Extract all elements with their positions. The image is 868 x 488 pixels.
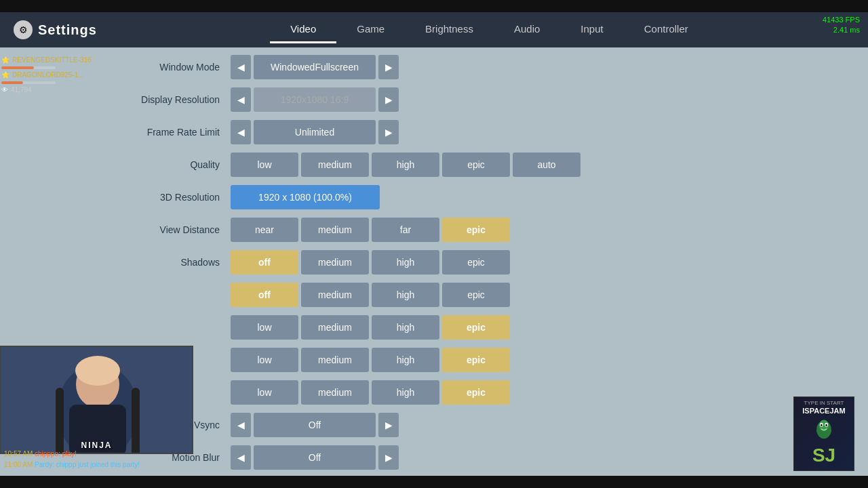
quality-btn-group: low medium high epic auto — [231, 152, 580, 177]
frame-rate-prev[interactable]: ◀ — [231, 120, 251, 144]
frame-rate-value: Unlimited — [254, 120, 376, 144]
row5-medium[interactable]: medium — [301, 315, 369, 340]
chat-overlay: 10:57 AM chipppo: play! 11:00 AM Pardy: … — [0, 446, 193, 473]
webcam-silhouette — [1, 347, 193, 454]
settings-container: Window Mode ◀ WindowedFullscreen ▶ Displ… — [95, 47, 854, 488]
display-resolution-control: ◀ 1920x1080 16:9 ▶ — [231, 87, 399, 112]
row6-epic[interactable]: epic — [442, 348, 510, 372]
row4-off[interactable]: off — [231, 283, 298, 307]
quality-label: Quality — [95, 159, 231, 170]
tab-brightness[interactable]: Brightness — [405, 16, 494, 43]
svg-point-3 — [75, 356, 120, 386]
main-content: Window Mode ◀ WindowedFullscreen ▶ Displ… — [95, 47, 854, 454]
frame-rate-label: Frame Rate Limit — [95, 127, 231, 138]
quality-row: Quality low medium high epic auto — [95, 152, 854, 178]
sj-title-text: TYPE IN START ISPACEJAM — [802, 400, 845, 415]
window-mode-control: ◀ WindowedFullscreen ▶ — [231, 55, 399, 79]
tab-video[interactable]: Video — [270, 16, 336, 43]
row6-low[interactable]: low — [231, 348, 298, 372]
shadows-high[interactable]: high — [372, 250, 439, 274]
row5: low medium high epic — [95, 314, 854, 340]
quality-high[interactable]: high — [372, 152, 439, 177]
quality-medium[interactable]: medium — [301, 152, 369, 177]
row4-high[interactable]: high — [372, 283, 439, 307]
vsync-prev[interactable]: ◀ — [231, 413, 251, 437]
motion-blur-control: ◀ Off ▶ — [231, 445, 399, 470]
frame-rate-next[interactable]: ▶ — [378, 120, 399, 144]
frame-rate-row: Frame Rate Limit ◀ Unlimited ▶ — [95, 119, 854, 145]
shadows-btn-group: off medium high epic — [231, 250, 510, 274]
row6-medium[interactable]: medium — [301, 348, 369, 372]
view-far[interactable]: far — [372, 218, 439, 242]
quality-auto[interactable]: auto — [513, 152, 580, 177]
view-near[interactable]: near — [231, 218, 298, 242]
vsync-next[interactable]: ▶ — [378, 413, 399, 437]
resolution-3d-label: 3D Resolution — [95, 192, 231, 203]
view-distance-label: View Distance — [95, 224, 231, 235]
fps-ms: 2.41 ms — [823, 25, 860, 35]
tab-controller[interactable]: Controller — [624, 16, 709, 43]
window-mode-value: WindowedFullscreen — [254, 55, 376, 79]
row4-epic[interactable]: epic — [442, 283, 510, 307]
row7: low medium high epic — [95, 380, 854, 405]
tab-game[interactable]: Game — [336, 16, 405, 43]
tab-input[interactable]: Input — [560, 16, 623, 43]
display-resolution-label: Display Resolution — [95, 94, 231, 105]
player-name: REVENGEDSKITTLE-316 — [12, 54, 92, 66]
row7-high[interactable]: high — [372, 380, 439, 405]
nav-title: Settings — [38, 22, 97, 38]
row4: off medium high epic — [95, 282, 854, 308]
shadows-epic[interactable]: epic — [442, 250, 510, 274]
chat-msg-1: chipppo: play! — [35, 450, 77, 458]
row6-high[interactable]: high — [372, 348, 439, 372]
nav-tabs: Video Game Brightness Audio Input Contro… — [124, 16, 854, 43]
vsync-value: Off — [254, 413, 376, 437]
row6-btn-group: low medium high epic — [231, 348, 510, 372]
sj-icon — [807, 418, 841, 441]
shadows-off[interactable]: off — [231, 250, 298, 274]
motion-blur-value: Off — [254, 445, 376, 470]
motion-blur-next[interactable]: ▶ — [378, 445, 399, 470]
chat-message: 10:57 AM chipppo: play! — [4, 449, 189, 460]
resolution-3d-row: 3D Resolution 1920 x 1080 (100.0%) — [95, 184, 854, 210]
row4-medium[interactable]: medium — [301, 283, 369, 307]
tab-audio[interactable]: Audio — [494, 16, 560, 43]
frame-rate-control: ◀ Unlimited ▶ — [231, 120, 399, 144]
row7-epic[interactable]: epic — [442, 380, 510, 405]
list-item: ⭐ DRAGONLORD925-1... — [1, 69, 92, 81]
row5-epic[interactable]: epic — [442, 315, 510, 340]
window-mode-next[interactable]: ▶ — [378, 55, 399, 79]
player-list: ⭐ REVENGEDSKITTLE-316 ⭐ DRAGONLORD925-1.… — [1, 54, 92, 96]
view-epic[interactable]: epic — [442, 218, 510, 242]
vsync-row: Vsync ◀ Off ▶ — [95, 412, 854, 438]
row7-medium[interactable]: medium — [301, 380, 369, 405]
display-resolution-next[interactable]: ▶ — [378, 87, 399, 112]
player-name: DRAGONLORD925-1... — [12, 69, 84, 81]
quality-low[interactable]: low — [231, 152, 298, 177]
motion-blur-prev[interactable]: ◀ — [231, 445, 251, 470]
display-resolution-value: 1920x1080 16:9 — [254, 87, 376, 112]
row5-low[interactable]: low — [231, 315, 298, 340]
window-mode-prev[interactable]: ◀ — [231, 55, 251, 79]
quality-epic[interactable]: epic — [442, 152, 510, 177]
svg-point-12 — [825, 424, 827, 426]
chat-message: 11:00 AM Pardy: chippp just joined this … — [4, 460, 189, 470]
shadows-label: Shadows — [95, 257, 231, 268]
fps-value: 41433 FPS — [823, 15, 860, 25]
shadows-medium[interactable]: medium — [301, 250, 369, 274]
bottom-bar — [0, 476, 868, 488]
player-name: 41,794 — [11, 84, 32, 96]
svg-rect-5 — [56, 388, 64, 454]
vsync-control: ◀ Off ▶ — [231, 413, 399, 437]
webcam-overlay: NINJA — [0, 346, 193, 454]
display-resolution-prev[interactable]: ◀ — [231, 87, 251, 112]
sj-watermark: TYPE IN START ISPACEJAM SJ — [793, 396, 854, 471]
window-mode-label: Window Mode — [95, 62, 231, 73]
settings-icon: ⚙ — [14, 20, 33, 39]
svg-rect-6 — [132, 388, 140, 454]
row7-low[interactable]: low — [231, 380, 298, 405]
view-medium[interactable]: medium — [301, 218, 369, 242]
row6: low medium high epic — [95, 347, 854, 373]
row4-btn-group: off medium high epic — [231, 283, 510, 307]
row5-high[interactable]: high — [372, 315, 439, 340]
